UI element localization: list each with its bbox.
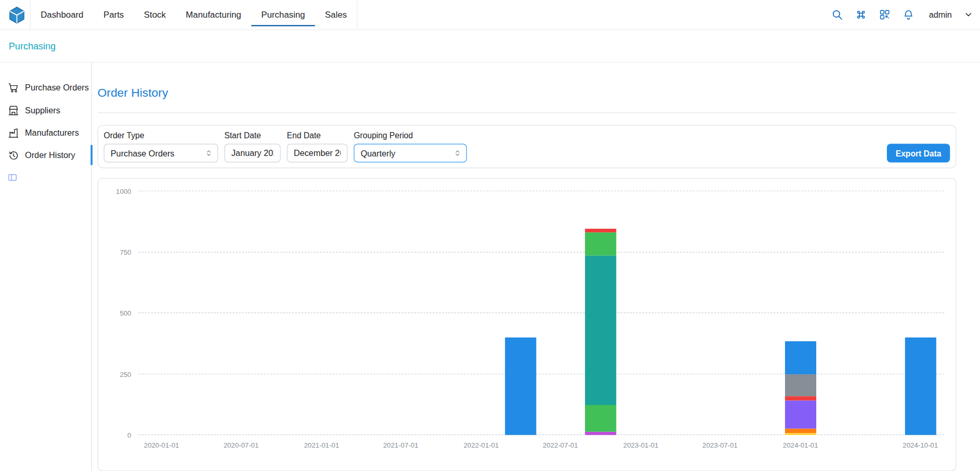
chevron-down-icon[interactable] [964, 10, 973, 19]
x-axis-tick-label: 2020-07-01 [224, 441, 259, 449]
grouping-period-value: Quarterly [361, 149, 396, 158]
sidebar-item-label: Suppliers [25, 106, 60, 115]
bell-icon[interactable] [903, 9, 914, 21]
tab-purchasing[interactable]: Purchasing [251, 4, 315, 26]
grouping-period-label: Grouping Period [354, 130, 467, 140]
bar-segment-red [585, 229, 616, 232]
bar-segment-violet [585, 432, 616, 435]
y-axis-tick-label: 250 [120, 370, 131, 377]
app-root: Dashboard Parts Stock Manufacturing Purc… [0, 0, 980, 471]
x-axis-tick-label: 2024-10-01 [903, 441, 938, 449]
order-history-chart-card: 025050075010002020-01-012020-07-012021-0… [98, 178, 957, 471]
x-axis-tick-label: 2024-01-01 [783, 441, 818, 449]
bar-segment-blue [785, 341, 816, 374]
sidebar-item-label: Manufacturers [25, 128, 79, 137]
tab-sales[interactable]: Sales [315, 4, 357, 26]
bar-segment-orange [785, 429, 816, 433]
gridline [139, 435, 945, 435]
x-axis-tick-label: 2023-07-01 [702, 441, 738, 449]
bar-segment-red [785, 397, 816, 401]
x-axis-tick-label: 2020-01-01 [144, 441, 179, 449]
app-logo-icon[interactable] [7, 5, 26, 24]
bar-segment-green [585, 405, 616, 433]
breadcrumb-bar: Purchasing [0, 30, 980, 63]
end-date-field: End Date [287, 130, 348, 162]
title-divider [98, 112, 957, 113]
tab-dashboard[interactable]: Dashboard [31, 4, 94, 26]
gridline [139, 191, 945, 191]
order-history-panel: Order History Order Type Purchase Orders… [92, 62, 980, 471]
bar-segment-yellow [785, 433, 816, 435]
y-axis-tick-label: 500 [120, 309, 131, 317]
history-icon [7, 149, 19, 161]
export-data-button[interactable]: Export Data [887, 143, 950, 162]
x-axis-tick-label: 2023-01-01 [623, 441, 659, 449]
start-date-field: Start Date [225, 130, 281, 162]
tab-manufacturing[interactable]: Manufacturing [176, 4, 251, 26]
search-icon[interactable] [831, 9, 843, 21]
chart-bar[interactable] [585, 191, 616, 435]
sidebar-item-purchase-orders[interactable]: Purchase Orders [0, 76, 92, 99]
x-axis-tick-label: 2022-07-01 [543, 441, 578, 449]
factory-icon [7, 126, 19, 138]
breadcrumb[interactable]: Purchasing [9, 41, 56, 51]
bar-segment-gray [785, 374, 816, 397]
sidebar-item-label: Order History [25, 150, 75, 160]
cart-icon [7, 82, 19, 94]
user-menu[interactable]: admin [929, 10, 952, 19]
bar-segment-teal [585, 255, 616, 405]
start-date-label: Start Date [225, 130, 281, 140]
main-nav-tabs: Dashboard Parts Stock Manufacturing Purc… [30, 0, 358, 30]
building-store-icon [7, 104, 19, 116]
sidebar-item-manufacturers[interactable]: Manufacturers [0, 121, 92, 143]
gridline [139, 252, 945, 252]
order-type-field: Order Type Purchase Orders [104, 130, 218, 162]
purchasing-sidebar: Purchase Orders Suppliers Manufacturers … [0, 62, 92, 471]
x-axis-tick-label: 2022-01-01 [464, 441, 499, 449]
y-axis-tick-label: 0 [127, 431, 131, 438]
x-axis-tick-label: 2021-07-01 [383, 441, 419, 449]
top-navbar: Dashboard Parts Stock Manufacturing Purc… [0, 0, 980, 30]
sidebar-item-order-history[interactable]: Order History [0, 143, 92, 166]
y-axis-tick-label: 1000 [116, 188, 131, 195]
start-date-input[interactable] [225, 143, 281, 162]
order-type-value: Purchase Orders [111, 149, 175, 158]
qr-grid-icon[interactable] [879, 9, 891, 21]
chart-bar[interactable] [785, 191, 816, 435]
tab-parts[interactable]: Parts [94, 4, 134, 26]
bar-segment-green-upper [585, 232, 616, 256]
page-title: Order History [98, 86, 957, 100]
x-axis-tick-label: 2021-01-01 [304, 441, 339, 449]
y-axis-tick-label: 750 [120, 248, 131, 256]
order-type-select[interactable]: Purchase Orders [104, 143, 218, 162]
end-date-input[interactable] [287, 143, 348, 162]
chart-plot: 025050075010002020-01-012020-07-012021-0… [139, 191, 945, 435]
end-date-label: End Date [287, 130, 348, 140]
gridline [139, 373, 945, 374]
sidebar-item-label: Purchase Orders [25, 83, 89, 92]
chart-bar[interactable] [505, 191, 536, 435]
bar-segment-blue [505, 337, 536, 435]
sidebar-item-suppliers[interactable]: Suppliers [0, 99, 92, 121]
order-type-label: Order Type [104, 130, 218, 140]
sidebar-collapse-icon[interactable] [7, 173, 17, 182]
navbar-actions: admin [831, 9, 980, 21]
command-icon[interactable] [855, 9, 867, 21]
grouping-period-field: Grouping Period Quarterly [354, 130, 467, 162]
select-updown-icon [204, 149, 213, 158]
bar-segment-blue [905, 337, 936, 435]
chart-bar[interactable] [905, 191, 936, 435]
gridline [139, 312, 945, 313]
bar-segment-purple [785, 401, 816, 428]
grouping-period-select[interactable]: Quarterly [354, 143, 467, 162]
filter-toolbar: Order Type Purchase Orders Start Date En… [98, 125, 957, 168]
select-updown-icon [453, 149, 462, 158]
tab-stock[interactable]: Stock [134, 4, 176, 26]
